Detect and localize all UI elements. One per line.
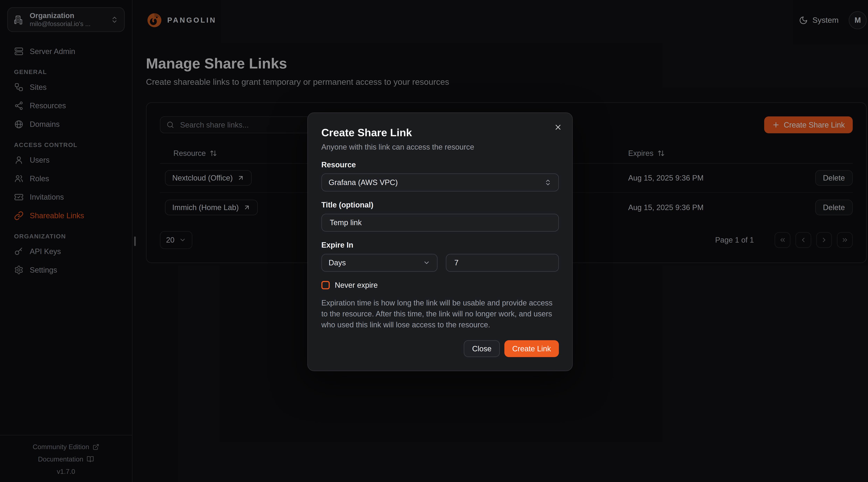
chevron-down-icon: [423, 259, 430, 266]
modal-create-link-button[interactable]: Create Link: [504, 340, 559, 357]
app-root: Organization milo@fossorial.io's ... Ser…: [0, 0, 868, 482]
modal-close-button[interactable]: Close: [464, 340, 500, 357]
expire-unit-value: Days: [329, 258, 346, 267]
expire-controls: Days: [321, 254, 559, 272]
title-field-label: Title (optional): [321, 200, 559, 209]
resource-select[interactable]: Grafana (AWS VPC): [321, 173, 559, 191]
expire-unit-select[interactable]: Days: [321, 254, 437, 272]
title-input[interactable]: [329, 218, 552, 227]
resource-field-label: Resource: [321, 160, 559, 169]
expire-field-label: Expire In: [321, 240, 559, 249]
resource-select-value: Grafana (AWS VPC): [329, 178, 398, 187]
never-expire-checkbox[interactable]: [321, 281, 330, 289]
expiration-help-text: Expiration time is how long the link wil…: [321, 297, 559, 330]
modal-subtitle: Anyone with this link can access the res…: [321, 143, 559, 151]
title-field: [321, 214, 559, 232]
never-expire-label: Never expire: [335, 281, 378, 289]
create-share-link-modal: Create Share Link Anyone with this link …: [307, 112, 573, 371]
close-icon[interactable]: [553, 122, 563, 134]
modal-title: Create Share Link: [321, 126, 559, 139]
never-expire-option[interactable]: Never expire: [321, 281, 559, 289]
chevrons-up-down-icon: [544, 179, 552, 186]
expire-amount-input[interactable]: [453, 258, 552, 267]
modal-actions: Close Create Link: [321, 340, 559, 357]
expire-amount-field: [446, 254, 559, 272]
